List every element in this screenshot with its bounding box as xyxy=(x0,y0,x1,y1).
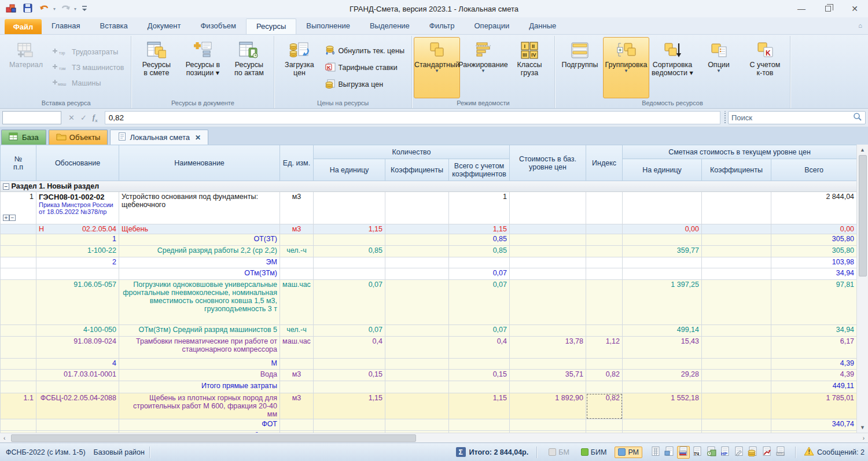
base-cost-cell[interactable] xyxy=(510,224,586,234)
justification-cell[interactable] xyxy=(36,419,119,431)
qty-total-cell[interactable]: 1,15 xyxy=(449,393,510,419)
resources-by-acts-button[interactable]: Ресурсы по актам xyxy=(226,37,272,98)
qty-per-unit-cell[interactable] xyxy=(314,359,385,370)
qty-per-unit-cell[interactable]: 0,07 xyxy=(314,280,385,325)
view-blue-button[interactable] xyxy=(663,446,676,459)
qty-per-unit-cell[interactable] xyxy=(314,234,385,246)
qty-per-unit-cell[interactable]: 0,85 xyxy=(314,246,385,257)
base-cost-cell[interactable] xyxy=(510,192,586,224)
table-row[interactable]: 1.1ФСБЦ-02.2.05.04-2088Щебень из плотных… xyxy=(1,393,857,419)
subgroups-button[interactable]: Подгруппы xyxy=(557,37,603,98)
table-row[interactable]: 01.7.03.01-0001Водам30,150,1535,710,8229… xyxy=(1,370,857,381)
ribbon-tab-физобъем[interactable]: Физобъем xyxy=(190,19,246,34)
row-number-cell[interactable]: 1.1 xyxy=(1,393,36,419)
expand-row-icon[interactable]: + xyxy=(3,215,9,221)
document-tab-objects[interactable]: Объекты xyxy=(49,130,108,145)
current-coefficients-cell[interactable] xyxy=(702,268,771,280)
base-cost-cell[interactable] xyxy=(510,234,586,246)
justification-cell[interactable]: 91.08.09-024 xyxy=(36,337,119,359)
current-total-cell[interactable]: 449,11 xyxy=(771,381,856,393)
table-row[interactable]: ОТм(ЗТм)0,0734,94 xyxy=(1,268,857,280)
base-cost-cell[interactable] xyxy=(510,246,586,257)
qty-coefficients-cell[interactable] xyxy=(385,337,449,359)
index-cell[interactable]: 1,12 xyxy=(586,337,623,359)
qty-total-cell[interactable]: 0,07 xyxy=(449,325,510,337)
base-cost-cell[interactable] xyxy=(510,325,586,337)
justification-cell[interactable] xyxy=(36,381,119,393)
col-header-total[interactable]: Всего xyxy=(771,159,856,181)
col-header-coefficients[interactable]: Коэффициенты xyxy=(385,159,449,181)
row-number-cell[interactable] xyxy=(1,359,36,370)
options-button[interactable]: Опции▼ xyxy=(696,37,742,98)
current-coefficients-cell[interactable] xyxy=(702,370,771,381)
table-row[interactable]: 1ОТ(ЗТ)0,85305,80 xyxy=(1,234,857,246)
qty-total-cell[interactable]: 1,15 xyxy=(449,224,510,234)
table-row[interactable]: 2ЭМ103,98 xyxy=(1,257,857,268)
qty-coefficients-cell[interactable] xyxy=(385,280,449,325)
justification-cell[interactable]: ГЭСН08-01-002-02Приказ Минстроя Россииот… xyxy=(36,192,119,224)
qty-coefficients-cell[interactable] xyxy=(385,268,449,280)
qty-coefficients-cell[interactable] xyxy=(385,192,449,224)
current-total-cell[interactable]: 305,80 xyxy=(771,246,856,257)
current-per-unit-cell[interactable] xyxy=(623,268,702,280)
view-calc-button[interactable] xyxy=(649,446,662,459)
unit-cell[interactable]: маш.час xyxy=(280,337,314,359)
base-cost-cell[interactable] xyxy=(510,381,586,393)
name-cell[interactable]: Щебень xyxy=(119,224,280,234)
justification-cell[interactable]: 4-100-050 xyxy=(36,325,119,337)
row-number-cell[interactable] xyxy=(1,268,36,280)
index-cell[interactable] xyxy=(586,246,623,257)
current-per-unit-cell[interactable] xyxy=(623,419,702,431)
collapse-ribbon-icon[interactable]: ⌂ xyxy=(858,22,862,29)
table-row[interactable]: Н02.2.05.04Щебеньм31,151,150,000,00 xyxy=(1,224,857,234)
with-coefficients-button[interactable]: KС учетом к-тов xyxy=(742,37,788,98)
scroll-up-icon[interactable]: ▲ xyxy=(860,145,865,155)
base-cost-cell[interactable] xyxy=(510,359,586,370)
current-total-cell[interactable]: 4,39 xyxy=(771,359,856,370)
unit-cell[interactable] xyxy=(280,268,314,280)
col-header-name[interactable]: Наименование xyxy=(119,145,280,181)
qty-coefficients-cell[interactable] xyxy=(385,419,449,431)
resources-in-estimate-button[interactable]: Ресурсы в смете xyxy=(133,37,179,98)
current-total-cell[interactable]: 340,74 xyxy=(771,419,856,431)
col-header-unit[interactable]: Ед. изм. xyxy=(280,145,314,181)
table-row[interactable]: 91.06.05-057Погрузчики одноковшовые унив… xyxy=(1,280,857,325)
qty-total-cell[interactable]: 0,07 xyxy=(449,268,510,280)
justification-cell[interactable]: ФСБЦ-02.2.05.04-2088 xyxy=(36,393,119,419)
ranging-button[interactable]: Ранжирование▼ xyxy=(460,37,506,98)
col-header-per-unit[interactable]: На единицу xyxy=(314,159,385,181)
index-cell[interactable] xyxy=(586,192,623,224)
ribbon-tab-данные[interactable]: Данные xyxy=(519,19,566,34)
index-cell[interactable] xyxy=(586,419,623,431)
current-coefficients-cell[interactable] xyxy=(702,419,771,431)
qty-per-unit-cell[interactable]: 0,4 xyxy=(314,337,385,359)
current-per-unit-cell[interactable] xyxy=(623,381,702,393)
position-row[interactable]: 1+−ГЭСН08-01-002-02Приказ Минстроя Росси… xyxy=(1,192,857,224)
col-header-current-cost[interactable]: Сметная стоимость в текущем уровне цен xyxy=(623,145,856,159)
col-header-per-unit-current[interactable]: На единицу xyxy=(623,159,702,181)
ribbon-tab-главная[interactable]: Главная xyxy=(42,19,90,34)
current-per-unit-cell[interactable]: 1 552,18 xyxy=(623,393,702,419)
view-ruler-button[interactable] xyxy=(774,446,787,459)
index-cell[interactable] xyxy=(586,257,623,268)
row-number-cell[interactable] xyxy=(1,224,36,234)
unit-cell[interactable] xyxy=(280,234,314,246)
qty-per-unit-cell[interactable]: 1,15 xyxy=(314,224,385,234)
justification-cell[interactable]: 01.7.03.01-0001 xyxy=(36,370,119,381)
row-number-cell[interactable] xyxy=(1,337,36,359)
current-coefficients-cell[interactable] xyxy=(702,337,771,359)
unit-cell[interactable]: м3 xyxy=(280,192,314,224)
unit-cell[interactable] xyxy=(280,381,314,393)
base-cost-cell[interactable] xyxy=(510,257,586,268)
dropdown-arrow-icon[interactable]: ▼ xyxy=(624,69,628,73)
justification-cell[interactable]: Н02.2.05.04 xyxy=(36,224,119,234)
current-total-cell[interactable]: 97,81 xyxy=(771,280,856,325)
current-coefficients-cell[interactable] xyxy=(702,257,771,268)
index-cell[interactable] xyxy=(586,359,623,370)
view-tc-button[interactable]: тч xyxy=(691,446,704,459)
col-header-base-cost[interactable]: Стоимость в баз. уровне цен xyxy=(510,145,586,181)
row-number-cell[interactable] xyxy=(1,246,36,257)
name-cell[interactable]: ОТм(Зтм) Средний разряд машинистов 5 xyxy=(119,325,280,337)
qty-total-cell[interactable] xyxy=(449,257,510,268)
row-number-cell[interactable] xyxy=(1,381,36,393)
